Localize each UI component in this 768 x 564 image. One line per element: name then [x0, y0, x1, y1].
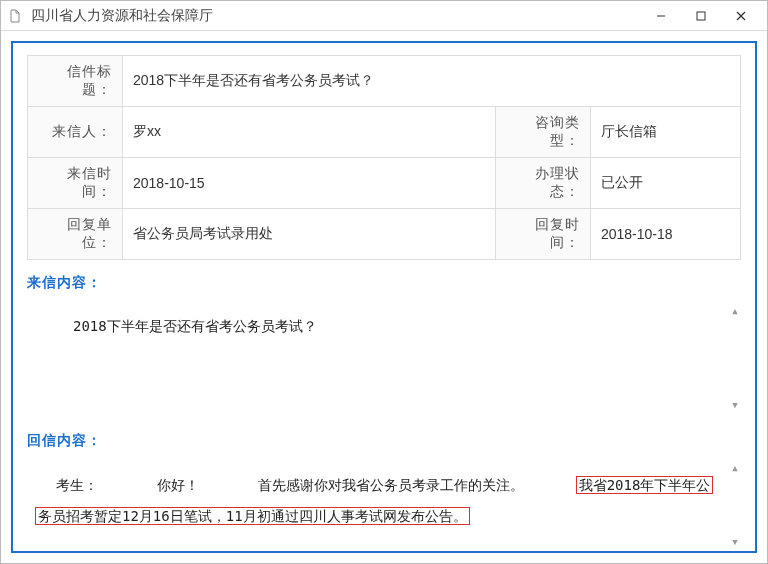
reply-section-title: 回信内容：	[27, 432, 741, 450]
scroll-down-icon[interactable]: ▼	[729, 536, 741, 550]
scroll-track[interactable]	[729, 476, 741, 536]
label-reply-unit: 回复单位：	[28, 209, 123, 260]
scroll-up-icon[interactable]: ▲	[729, 304, 741, 318]
incoming-body: 2018下半年是否还有省考公务员考试？	[73, 318, 317, 334]
letter-panel: 信件标题： 2018下半年是否还有省考公务员考试？ 来信人： 罗xx 咨询类型：…	[11, 41, 757, 553]
window-controls	[641, 2, 761, 30]
reply-content: 考生： 你好！ 首先感谢你对我省公务员考录工作的关注。 我省2018年下半年公务…	[27, 456, 741, 556]
value-sender: 罗xx	[123, 107, 496, 158]
label-status: 办理状态：	[495, 158, 590, 209]
document-icon	[7, 8, 23, 24]
info-table: 信件标题： 2018下半年是否还有省考公务员考试？ 来信人： 罗xx 咨询类型：…	[27, 55, 741, 260]
content-area: 信件标题： 2018下半年是否还有省考公务员考试？ 来信人： 罗xx 咨询类型：…	[1, 31, 767, 563]
value-reply-unit: 省公务员局考试录用处	[123, 209, 496, 260]
scroll-down-icon[interactable]: ▼	[729, 398, 741, 412]
value-sent-date: 2018-10-15	[123, 158, 496, 209]
incoming-section-title: 来信内容：	[27, 274, 741, 292]
titlebar: 四川省人力资源和社会保障厅	[1, 1, 767, 31]
label-sender: 来信人：	[28, 107, 123, 158]
scroll-track[interactable]	[729, 318, 741, 398]
label-consult-type: 咨询类型：	[495, 107, 590, 158]
label-reply-date: 回复时间：	[495, 209, 590, 260]
value-status: 已公开	[590, 158, 740, 209]
reply-greeting-2: 你好！	[157, 477, 199, 493]
svg-rect-1	[697, 12, 705, 20]
value-subject: 2018下半年是否还有省考公务员考试？	[123, 56, 741, 107]
label-sent-date: 来信时间：	[28, 158, 123, 209]
scroll-up-icon[interactable]: ▲	[729, 462, 741, 476]
reply-line-a: 首先感谢你对我省公务员考录工作的关注。	[258, 477, 524, 493]
app-window: 四川省人力资源和社会保障厅 信件标题： 2018下半年是否还有省考公务员考试？	[0, 0, 768, 564]
incoming-content: 2018下半年是否还有省考公务员考试？ ▲ ▼	[27, 298, 741, 418]
window-title: 四川省人力资源和社会保障厅	[31, 7, 641, 25]
close-button[interactable]	[721, 2, 761, 30]
label-subject: 信件标题：	[28, 56, 123, 107]
reply-greeting-1: 考生：	[35, 470, 98, 501]
maximize-button[interactable]	[681, 2, 721, 30]
incoming-scrollbar[interactable]: ▲ ▼	[729, 304, 741, 412]
minimize-button[interactable]	[641, 2, 681, 30]
value-reply-date: 2018-10-18	[590, 209, 740, 260]
reply-scrollbar[interactable]: ▲ ▼	[729, 462, 741, 550]
value-consult-type: 厅长信箱	[590, 107, 740, 158]
